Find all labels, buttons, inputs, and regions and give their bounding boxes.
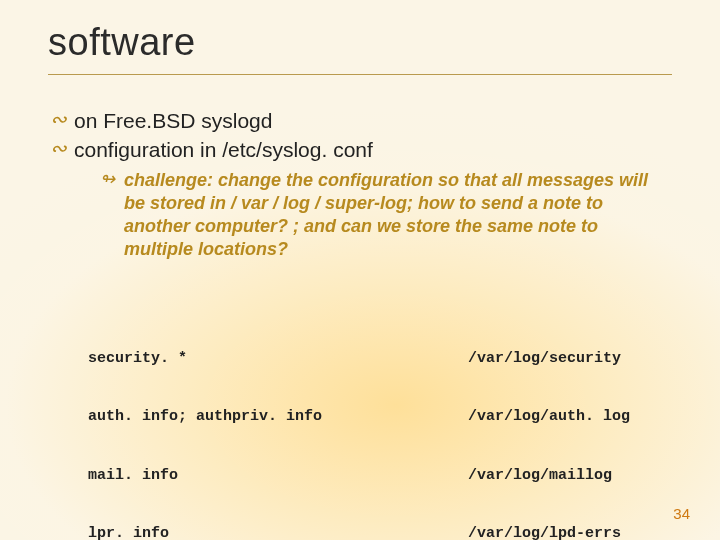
code-line: /var/log/auth. log	[468, 407, 672, 427]
code-line: /var/log/security	[468, 349, 672, 369]
slide-title: software	[48, 22, 672, 64]
slide: software ∾ on Free.BSD syslogd ∾ configu…	[0, 0, 720, 540]
code-line: lpr. info	[88, 524, 468, 540]
bullet-lvl1-text: on Free.BSD syslogd	[74, 107, 272, 134]
bullet-lvl2: ↬ challenge: change the configuration so…	[100, 169, 672, 261]
tilde-bullet-icon: ∾	[48, 136, 74, 160]
code-line: /var/log/lpd-errs	[468, 524, 672, 540]
code-line: security. *	[88, 349, 468, 369]
code-line: /var/log/maillog	[468, 466, 672, 486]
syslog-config-block: security. * auth. info; authpriv. info m…	[48, 310, 672, 540]
bullet-lvl1: ∾ on Free.BSD syslogd	[48, 107, 672, 134]
syslog-selectors-column: security. * auth. info; authpriv. info m…	[88, 310, 468, 540]
code-line: auth. info; authpriv. info	[88, 407, 468, 427]
code-line: mail. info	[88, 466, 468, 486]
arrow-bullet-icon: ↬	[100, 169, 124, 191]
bullet-lvl2-text: challenge: change the configuration so t…	[124, 169, 672, 261]
tilde-bullet-icon: ∾	[48, 107, 74, 131]
bullet-lvl1: ∾ configuration in /etc/syslog. conf	[48, 136, 672, 163]
page-number: 34	[673, 505, 690, 522]
slide-content: ∾ on Free.BSD syslogd ∾ configuration in…	[48, 107, 672, 540]
syslog-targets-column: /var/log/security /var/log/auth. log /va…	[468, 310, 672, 540]
bullet-lvl2-wrap: ↬ challenge: change the configuration so…	[48, 169, 672, 261]
bullet-lvl1-text: configuration in /etc/syslog. conf	[74, 136, 373, 163]
title-underline	[48, 74, 672, 75]
